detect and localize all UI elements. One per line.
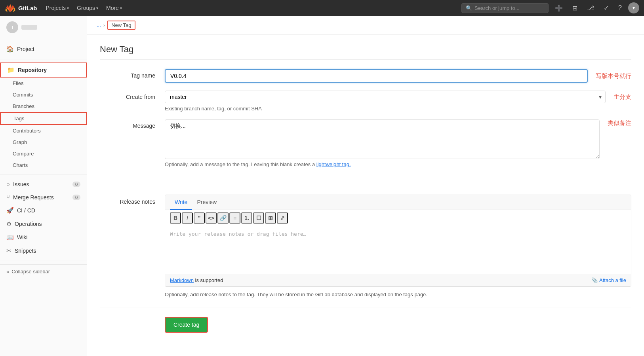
toolbar-task-list[interactable]: ☐ (253, 212, 264, 223)
sidebar-item-commits[interactable]: Commits (0, 89, 87, 100)
search-icon: 🔍 (466, 5, 472, 11)
merge-requests-badge: 0 (72, 195, 80, 200)
tag-name-label: Tag name (100, 69, 155, 79)
breadcrumb: ... › New Tag (87, 16, 644, 35)
toolbar-italic[interactable]: I (182, 212, 193, 223)
create-from-select[interactable]: master (165, 91, 606, 103)
sidebar-item-merge-requests[interactable]: ⑂ Merge Requests 0 (0, 191, 87, 204)
sidebar-item-contributors[interactable]: Contributors (0, 125, 87, 136)
sidebar-item-tags[interactable]: Tags (0, 112, 87, 125)
release-notes-info: Optionally, add release notes to the tag… (100, 287, 631, 297)
action-row: Create tag (100, 307, 631, 333)
gitlab-logo[interactable]: GitLab (5, 2, 37, 13)
breadcrumb-current: New Tag (107, 21, 135, 30)
sidebar-item-cicd[interactable]: 🚀 CI / CD (0, 204, 87, 217)
message-row: Message 类似备注 Optionally, add a message t… (100, 119, 631, 167)
sidebar-item-operations[interactable]: ⚙ Operations (0, 217, 87, 231)
user-name-placeholder (21, 25, 37, 30)
nav-more[interactable]: More▾ (102, 0, 126, 16)
help-icon[interactable]: ? (615, 0, 625, 16)
sidebar-item-compare[interactable]: Compare (0, 148, 87, 159)
sidebar-item-graph[interactable]: Graph (0, 136, 87, 148)
snippets-icon: ✂ (6, 247, 11, 254)
merge-requests-icon[interactable]: ⎇ (584, 0, 597, 16)
markdown-link[interactable]: Markdown (170, 277, 194, 283)
create-from-row: Create from master ▾ 主分支 Existing branc (100, 91, 631, 112)
toolbar-code[interactable]: <> (206, 212, 217, 223)
toolbar-table[interactable]: ⊞ (265, 212, 276, 223)
toolbar-fullscreen[interactable]: ⤢ (277, 212, 288, 223)
gitlab-fox-icon (5, 2, 16, 13)
nav-groups[interactable]: Groups▾ (73, 0, 102, 16)
editor-tabs: Write Preview (165, 195, 631, 210)
editor-placeholder: Write your release notes or drag files h… (170, 231, 306, 237)
sidebar-section-repository: 📁 Repository Files Commits Branches Tags… (0, 59, 87, 174)
sidebar-submenu-repository: Files Commits Branches Tags Contributors… (0, 78, 87, 171)
operations-icon: ⚙ (6, 220, 11, 227)
toolbar-numbered-list[interactable]: 1. (241, 212, 252, 223)
sidebar-item-issues[interactable]: ○ Issues 0 (0, 178, 87, 191)
editor-body[interactable]: Write your release notes or drag files h… (165, 226, 631, 274)
layout: I 🏠 Project 📁 Repository Files Commi (0, 16, 644, 356)
message-help-text: Optionally, add a message to the tag. Le… (165, 161, 631, 167)
search-box[interactable]: 🔍 Search or jump to... (461, 3, 549, 13)
issues-badge: 0 (72, 182, 80, 187)
plus-button[interactable]: ➕ (552, 0, 566, 16)
sidebar: I 🏠 Project 📁 Repository Files Commi (0, 16, 87, 356)
sidebar-section-other: ○ Issues 0 ⑂ Merge Requests 0 🚀 CI / CD … (0, 174, 87, 261)
create-from-field: master ▾ 主分支 Existing branch name, tag, … (165, 91, 631, 112)
cicd-icon: 🚀 (6, 207, 14, 214)
editor-footer: Markdown is supported 📎 Attach a file (165, 274, 631, 286)
sidebar-item-repository[interactable]: 📁 Repository (0, 62, 87, 78)
release-notes-editor: Write Preview B I " <> 🔗 ≡ 1. ☐ ⊞ (165, 195, 631, 287)
tag-name-field: 写版本号就行 (165, 69, 631, 83)
sidebar-item-wiki[interactable]: 📖 Wiki (0, 231, 87, 244)
sidebar-section-project: 🏠 Project (0, 39, 87, 59)
message-label: Message (100, 119, 155, 129)
collapse-icon: « (6, 269, 9, 275)
release-notes-label: Release notes (100, 195, 155, 205)
create-tag-button[interactable]: Create tag (165, 317, 208, 333)
tab-write[interactable]: Write (170, 195, 192, 210)
tab-preview[interactable]: Preview (192, 195, 221, 210)
lightweight-tag-link[interactable]: lightweight tag. (316, 161, 351, 167)
editor-toolbar: B I " <> 🔗 ≡ 1. ☐ ⊞ ⤢ (165, 210, 631, 226)
merge-requests-nav-icon: ⑂ (6, 194, 10, 201)
tag-name-input[interactable] (165, 69, 588, 83)
toolbar-quote[interactable]: " (194, 212, 205, 223)
top-nav: GitLab Projects▾ Groups▾ More▾ 🔍 Search … (0, 0, 644, 16)
user-initial: I (6, 21, 18, 33)
nav-projects[interactable]: Projects▾ (42, 0, 73, 16)
sidebar-user: I (0, 16, 87, 39)
message-field: 类似备注 Optionally, add a message to the ta… (165, 119, 631, 167)
release-notes-row: Release notes Write Preview B I " <> 🔗 (100, 195, 631, 287)
toolbar-bullet-list[interactable]: ≡ (229, 212, 240, 223)
sidebar-item-branches[interactable]: Branches (0, 100, 87, 112)
user-avatar[interactable]: ▾ (628, 2, 639, 13)
main-content: ... › New Tag New Tag Tag name 写版本号就行 Cr… (87, 16, 644, 356)
collapse-sidebar-button[interactable]: « Collapse sidebar (0, 264, 87, 278)
sidebar-item-charts[interactable]: Charts (0, 159, 87, 171)
home-icon: 🏠 (6, 45, 14, 53)
tag-name-row: Tag name 写版本号就行 (100, 69, 631, 83)
tag-form: Tag name 写版本号就行 Create from master (100, 69, 631, 185)
gitlab-text: GitLab (18, 5, 37, 11)
attach-file-button[interactable]: 📎 Attach a file (591, 277, 626, 283)
create-from-help-text: Existing branch name, tag, or commit SHA (165, 106, 631, 112)
sidebar-item-project[interactable]: 🏠 Project (0, 42, 87, 56)
message-textarea[interactable] (165, 119, 600, 159)
create-from-hint: 主分支 (614, 93, 631, 101)
toolbar-bold[interactable]: B (170, 212, 181, 223)
dashboard-icon[interactable]: ⊞ (569, 0, 581, 16)
sidebar-item-files[interactable]: Files (0, 78, 87, 89)
sidebar-item-snippets[interactable]: ✂ Snippets (0, 244, 87, 258)
top-nav-links: Projects▾ Groups▾ More▾ (42, 0, 126, 16)
issues-icon[interactable]: ✓ (600, 0, 612, 16)
breadcrumb-sep: › (103, 22, 105, 28)
issues-nav-icon: ○ (6, 181, 10, 187)
wiki-icon: 📖 (6, 234, 14, 241)
toolbar-link[interactable]: 🔗 (217, 212, 229, 223)
markdown-support: Markdown is supported (170, 277, 223, 283)
breadcrumb-home[interactable]: ... (97, 22, 101, 28)
repository-label: Repository (18, 67, 47, 73)
